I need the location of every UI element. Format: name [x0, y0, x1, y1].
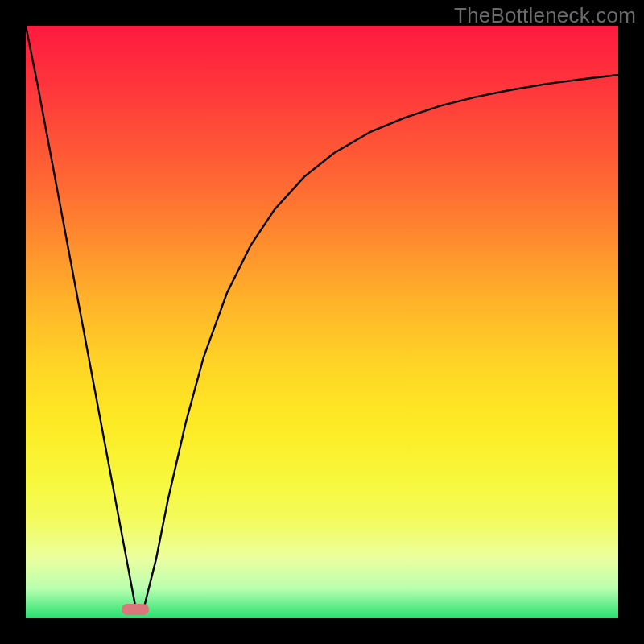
bottleneck-curve — [26, 26, 618, 618]
plot-area — [26, 26, 618, 618]
optimal-marker — [122, 604, 149, 615]
chart-frame: TheBottleneck.com — [0, 0, 644, 644]
watermark-text: TheBottleneck.com — [454, 3, 636, 28]
